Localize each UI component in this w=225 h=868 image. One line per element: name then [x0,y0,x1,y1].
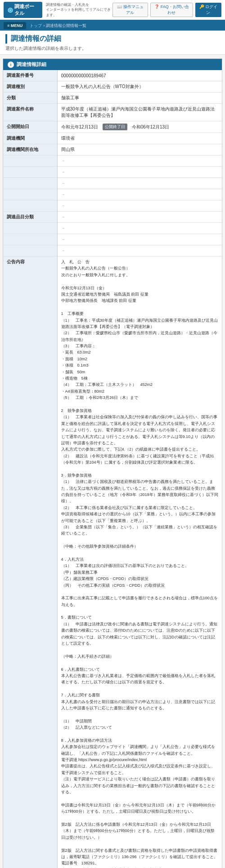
table-row: － [3,155,222,167]
page-title-section: 調達情報の詳細 選択した調達情報の詳細を表示します。 [0,31,225,55]
info-table: 調達案件番号 000000000000189467 調達種別 一般競争入札の入札… [3,70,222,868]
section-title-bar: i 調達情報詳細 [3,59,222,70]
field-label-empty [3,245,57,257]
table-row: 調達種別 一般競争入札の入札公告（WTO対象外） [3,81,222,93]
field-label-empty [3,200,57,212]
field-label: 調達機関所在地 [3,144,57,155]
field-value: 一般競争入札の入札公告（WTO対象外） [57,81,222,93]
field-label-empty [3,178,57,189]
menu-button[interactable]: ≡ MENU [4,22,26,29]
breadcrumb-top[interactable]: トップ [30,23,42,29]
detail-section: i 調達情報詳細 調達案件番号 000000000000189467 調達種別 … [3,58,222,868]
field-value-dash: － [57,245,222,257]
field-value: 舗装工事 [57,93,222,104]
field-value: 平成30年度（補正追補）瀬戸内海国立公園養子草地内遊路及び近見山遊路法面等改修工… [57,104,222,121]
field-value: 岡山県 [57,144,222,155]
field-value-dash: － [57,189,222,200]
field-label: 調達機関 [3,133,57,144]
site-logo[interactable]: ⊛ 調達ポータル [4,2,42,18]
field-value-dash: － [57,212,222,223]
field-label-empty [3,223,57,234]
table-row: － [3,234,222,245]
field-value-dash: － [57,234,222,245]
header: ⊛ 調達ポータル 調達情報の確認・入札先を インターネットを利用してリアルにでき… [0,0,225,21]
breadcrumb-current: 調達情報公開情報一覧 [46,23,86,29]
field-value-dash: － [57,223,222,234]
status-end-date: 今和06年12月13日 [132,124,169,130]
public-notice-content: 入 札 公 告 一般競争入札の入札公告（一般公告） 次のとおり一般競争入札に付し… [57,257,222,868]
faq-button[interactable]: ❓ FAQ・お問い合わせ [150,3,193,17]
field-label-empty [3,167,57,178]
section-icon: i [8,62,14,68]
field-label-empty [3,155,57,167]
table-row: 分類 舗装工事 [3,93,222,104]
field-label: 公告内容 [3,257,57,868]
status-badge: 公開終了日 [103,124,127,130]
table-row: 調達品目分類 － [3,212,222,223]
breadcrumb: トップ › 調達情報公開情報一覧 [30,23,86,29]
manual-button[interactable]: 📖 操作マニュアル [112,3,148,17]
header-logo-area: ⊛ 調達ポータル 調達情報の確認・入札先を インターネットを利用してリアルにでき… [4,2,112,18]
field-value-dash: － [57,155,222,167]
field-label: 調達種別 [3,81,57,93]
login-button[interactable]: 🔑 ログイン [195,3,221,17]
publish-date-value: 今和元年12月13日 [61,124,98,130]
table-row: 調達案件番号 000000000000189467 [3,70,222,81]
field-value: 000000000000189467 [57,70,222,81]
field-label: 分類 [3,93,57,104]
header-tagline: 調達情報の確認・入札先を インターネットを利用してリアルにできます。 [46,2,112,18]
header-nav: 📖 操作マニュアル ❓ FAQ・お問い合わせ 🔑 ログイン [112,3,221,17]
field-label-empty [3,234,57,245]
field-value-dash: － [57,167,222,178]
field-label: 調達案件番号 [3,70,57,81]
table-row: － [3,167,222,178]
field-label-empty [3,189,57,200]
table-row: － [3,200,222,212]
table-row: － [3,245,222,257]
page-title: 調達情報の詳細 [5,34,220,44]
table-row: － [3,189,222,200]
field-label: 調達案件名称 [3,104,57,121]
field-label: 調達品目分類 [3,212,57,223]
table-row: 公開開始日 今和元年12月13日 公開終了日 今和06年12月13日 [3,121,222,133]
page-subtitle: 選択した調達情報の詳細を表示します。 [5,45,220,52]
table-row: － [3,178,222,189]
logo-text: 調達ポータル [14,3,39,17]
field-value: 今和元年12月13日 公開終了日 今和06年12月13日 [57,121,222,133]
table-row: 調達案件名称 平成30年度（補正追補）瀬戸内海国立公園養子草地内遊路及び近見山遊… [3,104,222,121]
field-value: 環境省 [57,133,222,144]
table-row: 調達機関所在地 岡山県 [3,144,222,155]
table-row: 調達機関 環境省 [3,133,222,144]
navbar: ≡ MENU トップ › 調達情報公開情報一覧 [0,21,225,31]
table-row: 公告内容 入 札 公 告 一般競争入札の入札公告（一般公告） 次のとおり一般競争… [3,257,222,868]
field-label: 公開開始日 [3,121,57,133]
table-row: － [3,223,222,234]
field-value-dash: － [57,200,222,212]
field-value-dash: － [57,178,222,189]
